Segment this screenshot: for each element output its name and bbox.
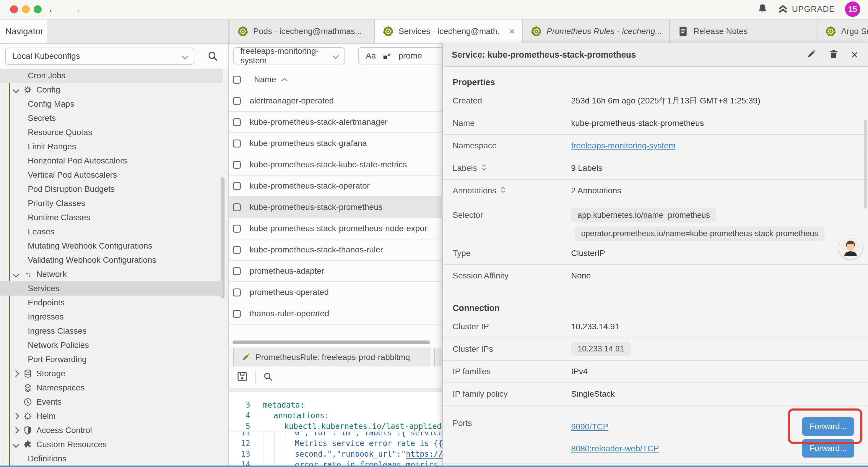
sidebar-item-network-policies[interactable]: Network Policies <box>0 338 223 352</box>
delete-button[interactable] <box>829 49 839 60</box>
sidebar-item-access-control[interactable]: Access Control <box>0 423 223 437</box>
back-button[interactable]: ← <box>47 2 59 16</box>
sidebar-item-secrets[interactable]: Secrets <box>0 111 223 125</box>
chevron-down-icon[interactable] <box>13 442 19 447</box>
table-row[interactable]: prometheus-adapter <box>229 261 443 282</box>
sidebar-item-validating-webhook-configurations[interactable]: Validating Webhook Configurations <box>0 253 223 267</box>
column-header-name[interactable]: Name <box>254 68 288 90</box>
table-row[interactable]: prometheus-operated <box>229 282 443 303</box>
editor-search-button[interactable] <box>262 371 273 383</box>
tab-prometheus[interactable]: Prometheus Rules - icecheng... <box>523 20 670 43</box>
table-row[interactable]: kube-prometheus-stack-prometheus <box>229 197 443 218</box>
dock-tab-partial[interactable] <box>434 348 443 367</box>
row-checkbox[interactable] <box>233 118 241 126</box>
chevron-right-icon[interactable] <box>13 428 19 433</box>
tab-label: Services - icecheng@math... <box>399 27 499 36</box>
sidebar-item-network[interactable]: ↑↓Network <box>0 267 223 282</box>
yaml-editor[interactable]: 3metadata:4annotations:5kubectl.kubernet… <box>229 392 443 466</box>
expand-collapse-icon[interactable] <box>500 186 506 196</box>
sidebar-item-label: Network <box>36 269 67 279</box>
port-link-9090[interactable]: 9090/TCP <box>571 422 608 432</box>
sidebar-item-port-forwarding[interactable]: Port Forwarding <box>0 352 223 367</box>
window-zoom-button[interactable] <box>34 5 42 13</box>
table-row[interactable]: kube-prometheus-stack-prometheus-node-ex… <box>229 218 443 239</box>
horizontal-scrollbar[interactable] <box>232 341 430 344</box>
sidebar-item-custom-resources[interactable]: Custom Resources <box>0 437 223 451</box>
table-row[interactable]: kube-prometheus-stack-operator <box>229 176 443 197</box>
chevron-down-icon[interactable] <box>13 87 19 92</box>
row-checkbox[interactable] <box>233 161 241 169</box>
chevron-down-icon[interactable] <box>13 272 19 276</box>
sidebar-item-leases[interactable]: Leases <box>0 225 223 239</box>
table-row[interactable]: kube-prometheus-stack-grafana <box>229 133 443 154</box>
upgrade-button[interactable]: UPGRADE <box>778 4 835 14</box>
port-link-8080[interactable]: 8080:reloader-web/TCP <box>571 444 659 454</box>
row-type: Type ClusterIP <box>443 242 868 265</box>
sidebar-item-services[interactable]: Services <box>0 282 223 296</box>
tab-pods[interactable]: Pods - icecheng@mathmas... <box>229 20 375 43</box>
window-close-button[interactable] <box>10 5 18 13</box>
row-checkbox[interactable] <box>233 225 241 233</box>
sidebar-item-endpoints[interactable]: Endpoints <box>0 296 223 310</box>
sidebar-item-helm[interactable]: Helm <box>0 409 223 423</box>
tab-close-icon[interactable]: × <box>509 26 515 37</box>
detail-scrollbar[interactable] <box>864 120 867 209</box>
namespace-select[interactable]: freeleaps-monitoring-system <box>234 47 345 64</box>
close-button[interactable]: × <box>851 50 858 60</box>
sidebar-item-events[interactable]: Events <box>0 395 223 409</box>
sidebar-item-priority-classes[interactable]: Priority Classes <box>0 196 223 210</box>
table-row[interactable]: thanos-ruler-operated <box>229 303 443 324</box>
runbook-url-link[interactable]: https://net <box>406 449 443 459</box>
service-name: kube-prometheus-stack-grafana <box>250 139 367 148</box>
sidebar-item-namespaces[interactable]: Namespaces <box>0 381 223 395</box>
sidebar-item-resource-quotas[interactable]: Resource Quotas <box>0 125 223 140</box>
table-row[interactable]: alertmanager-operated <box>229 90 443 112</box>
match-case-toggle[interactable]: Aa <box>366 51 376 61</box>
sidebar-item-horizontal-pod-autoscalers[interactable]: Horizontal Pod Autoscalers <box>0 154 223 168</box>
tab-services[interactable]: Services - icecheng@math...× <box>375 20 523 43</box>
row-checkbox[interactable] <box>233 289 241 296</box>
window-minimize-button[interactable] <box>22 5 30 13</box>
sidebar-item-limit-ranges[interactable]: Limit Ranges <box>0 140 223 154</box>
table-row[interactable]: kube-prometheus-stack-kube-state-metrics <box>229 154 443 176</box>
row-checkbox[interactable] <box>233 246 241 254</box>
sidebar-item-vertical-pod-autoscalers[interactable]: Vertical Pod Autoscalers <box>0 168 223 182</box>
row-checkbox[interactable] <box>233 310 241 318</box>
sidebar-item-pod-disruption-budgets[interactable]: Pod Disruption Budgets <box>0 182 223 196</box>
dock-tab-prometheusrule[interactable]: PrometheusRule: freeleaps-prod-rabbitmq <box>233 348 430 367</box>
sidebar-item-definitions[interactable]: Definitions <box>0 451 223 466</box>
sidebar-item-ingress-classes[interactable]: Ingress Classes <box>0 324 223 338</box>
kubeconfig-select[interactable]: Local Kubeconfigs <box>5 48 194 65</box>
expand-collapse-icon[interactable] <box>481 164 487 173</box>
sidebar-item-ingresses[interactable]: Ingresses <box>0 310 223 324</box>
avatar[interactable] <box>839 236 862 259</box>
row-checkbox[interactable] <box>233 182 241 190</box>
sidebar-item-runtime-classes[interactable]: Runtime Classes <box>0 210 223 225</box>
navigator-search-button[interactable] <box>207 50 219 63</box>
table-row[interactable]: kube-prometheus-stack-alertmanager <box>229 112 443 133</box>
table-row[interactable]: kube-prometheus-stack-thanos-ruler <box>229 239 443 261</box>
tab-release[interactable]: Release Notes <box>670 20 817 43</box>
chevron-right-icon[interactable] <box>13 371 19 376</box>
sidebar-item-config[interactable]: Config <box>0 83 223 97</box>
chevron-right-icon[interactable] <box>13 414 19 418</box>
notification-badge[interactable]: 15 <box>845 1 860 17</box>
regex-toggle-icon[interactable]: * <box>383 53 391 59</box>
forward-button[interactable]: → <box>70 2 82 16</box>
tab-argo[interactable]: Argo Se <box>817 20 868 43</box>
row-checkbox[interactable] <box>233 267 241 275</box>
sidebar-item-label: Cron Jobs <box>0 71 66 80</box>
notifications-bell-icon[interactable] <box>757 3 768 15</box>
row-checkbox[interactable] <box>233 140 241 147</box>
sidebar-item-storage[interactable]: Storage <box>0 367 223 381</box>
sidebar-item-cron-jobs[interactable]: Cron Jobs <box>0 68 223 83</box>
row-cluster-ips: Cluster IPs 10.233.14.91 <box>443 338 868 360</box>
row-checkbox[interactable] <box>233 97 241 105</box>
namespace-link[interactable]: freeleaps-monitoring-system <box>571 141 675 150</box>
select-all-checkbox[interactable] <box>233 76 241 84</box>
edit-button[interactable] <box>806 49 816 60</box>
row-checkbox[interactable] <box>233 203 241 211</box>
sidebar-item-config-maps[interactable]: Config Maps <box>0 97 223 111</box>
save-button[interactable] <box>237 371 248 383</box>
sidebar-item-mutating-webhook-configurations[interactable]: Mutating Webhook Configurations <box>0 239 223 253</box>
